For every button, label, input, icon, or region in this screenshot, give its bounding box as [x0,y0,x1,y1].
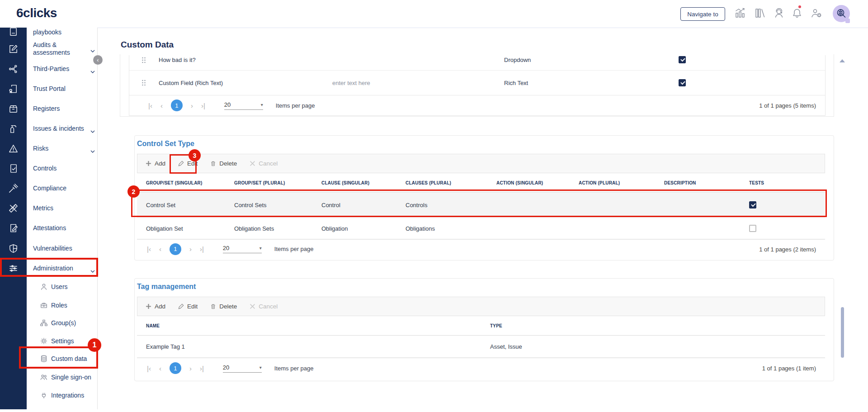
prev-page-icon[interactable]: ‹ [160,102,163,109]
ai-assistant-avatar[interactable] [833,5,850,22]
table-row[interactable]: Control Set Control Sets Control Control… [137,192,825,218]
sidebar-item-settings[interactable]: Settings [40,336,74,346]
sidebar-item-audits-assessments[interactable]: Audits & assessments [33,41,94,57]
scroll-up-arrow[interactable] [840,59,845,62]
first-page-icon[interactable]: |‹ [147,365,151,372]
items-per-page-label: Items per page [276,102,315,109]
sidebar-item-risks[interactable]: Risks [33,145,94,152]
gear-icon [40,337,48,345]
last-page-icon[interactable]: ›| [200,365,204,372]
current-page-button[interactable]: 1 [170,362,181,374]
metrics-icon[interactable] [8,203,19,213]
sidebar-item-metrics[interactable]: Metrics [33,204,94,212]
prev-page-icon[interactable]: ‹ [159,365,161,372]
attestations-icon[interactable] [8,223,19,233]
sidebar-item-integrations[interactable]: Integrations [40,391,84,400]
sidebar-item-single-sign-on[interactable]: Single sign-on [40,373,91,382]
sidebar-item-groups[interactable]: Group(s) [40,318,76,327]
column-header: DESCRIPTION [664,180,696,185]
page-size-caret-icon: ▾ [259,246,262,251]
page-size-select[interactable]: 20▾ [223,364,262,373]
delete-button[interactable]: Delete [210,303,237,310]
tests-checkbox[interactable] [749,225,756,232]
sidebar-item-label: Registers [33,105,60,112]
navigate-to-button[interactable]: Navigate to [680,7,725,21]
sidebar-item-trust-portal[interactable]: Trust Portal [33,85,94,93]
sidebar-item-roles[interactable]: Roles [40,301,67,310]
edit-button[interactable]: Edit [178,303,198,310]
drag-handle-icon[interactable] [142,57,146,63]
edit-button[interactable]: Edit [178,160,198,167]
table-row[interactable]: Custom Field (Rich Text) enter text here… [129,70,825,95]
audits-icon[interactable] [8,44,19,54]
last-page-icon[interactable]: ›| [201,102,205,109]
sidebar-collapse-button[interactable]: ‹ [93,55,103,65]
tests-checkbox[interactable] [749,201,756,208]
last-page-icon[interactable]: ›| [200,245,204,253]
sidebar-item-issues-incidents[interactable]: Issues & incidents [33,125,94,133]
registers-icon[interactable] [8,104,19,114]
notifications-bell-icon[interactable] [791,7,803,19]
sidebar-item-controls[interactable]: Controls [33,165,94,172]
administration-icon[interactable] [8,263,19,274]
field-enabled-checkbox[interactable] [679,56,686,63]
prev-page-icon[interactable]: ‹ [159,245,161,253]
issues-incidents-icon[interactable] [8,123,19,134]
support-icon[interactable] [773,7,785,19]
field-name: How bad is it? [159,57,196,63]
first-page-icon[interactable]: |‹ [148,102,152,109]
clause-singular: Control [321,201,340,208]
table-row[interactable]: How bad is it? Dropdown [129,55,825,70]
next-page-icon[interactable]: › [191,102,193,109]
page-size-select[interactable]: 20▾ [223,245,262,253]
add-button[interactable]: Add [146,160,165,167]
cancel-button[interactable]: Cancel [250,303,278,310]
sidebar-item-attestations[interactable]: Attestations [33,224,94,232]
page-size-value: 20 [223,245,229,251]
user-admin-icon[interactable] [810,7,823,19]
current-page-button[interactable]: 1 [170,243,181,255]
chevron-down-icon [90,147,95,155]
sidebar-item-users[interactable]: Users [40,282,68,291]
sidebar-item-custom-data[interactable]: Custom data [40,354,87,363]
first-page-icon[interactable]: |‹ [147,245,151,253]
delete-button[interactable]: Delete [210,160,237,167]
delete-label: Delete [219,303,237,310]
next-page-icon[interactable]: › [189,245,192,253]
risks-icon[interactable] [8,143,19,154]
sidebar-item-administration[interactable]: Administration [33,265,94,272]
column-header: CLAUSE (SINGULAR) [321,180,369,185]
sidebar-item-registers[interactable]: Registers [33,105,94,113]
pagination-bar: |‹ ‹ 1 › ›| 20▾ Items per page 1 of 1 pa… [137,358,825,378]
chevron-down-icon [90,127,95,135]
trust-portal-icon[interactable] [8,84,19,94]
column-header: CLAUSES (PLURAL) [406,180,451,185]
drag-handle-icon[interactable] [142,80,146,86]
add-button[interactable]: Add [146,303,165,310]
vulnerabilities-icon[interactable] [8,243,19,254]
sidebar-item-vulnerabilities[interactable]: Vulnerabilities [33,245,94,252]
sidebar-subitem-label: Roles [51,302,67,309]
library-icon[interactable] [753,7,766,19]
table-header-row: NAME TYPE [137,316,825,336]
column-header: GROUP/SET (SINGULAR) [146,180,203,185]
sidebar-item-third-parties[interactable]: Third-Parties [33,65,94,73]
scrollbar-thumb[interactable] [841,307,844,358]
current-page-button[interactable]: 1 [171,99,183,111]
cancel-button[interactable]: Cancel [250,160,278,167]
toolbar: Add Edit Delete Cancel [137,154,825,173]
analytics-icon[interactable] [734,7,746,19]
playbooks-icon[interactable] [8,28,19,37]
sidebar-item-playbooks[interactable]: playbooks [33,28,94,36]
field-enabled-checkbox[interactable] [679,79,686,86]
table-row[interactable]: Example Tag 1 Asset, Issue [137,336,825,358]
control-set-type-section: Control Set Type Add Edit Delete Cancel … [134,135,834,260]
6clicks-logo[interactable]: 6clicks [16,6,57,20]
controls-icon[interactable] [8,163,19,174]
compliance-icon[interactable] [8,183,19,194]
third-parties-icon[interactable] [8,64,19,74]
page-size-select[interactable]: 20▾ [224,101,263,110]
next-page-icon[interactable]: › [189,365,192,372]
sidebar-item-compliance[interactable]: Compliance [33,185,94,192]
table-row[interactable]: Obligation Set Obligation Sets Obligatio… [137,218,825,239]
